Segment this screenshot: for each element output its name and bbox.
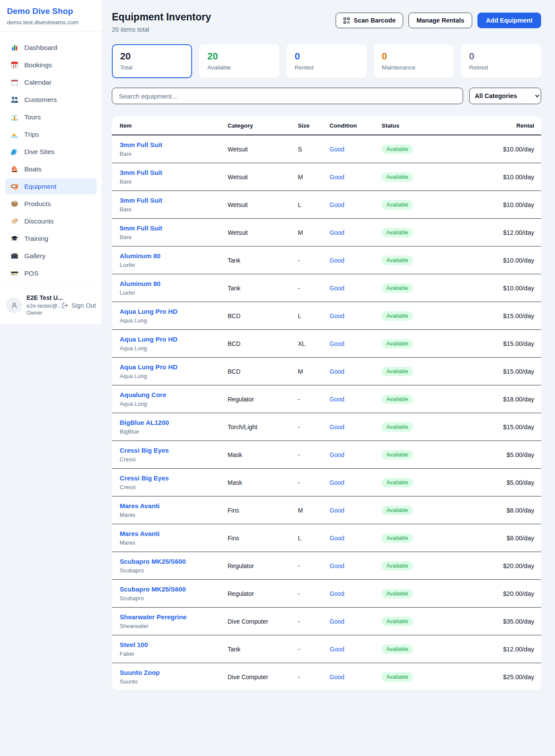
sidebar-item-dive-sites[interactable]: Dive Sites	[5, 144, 97, 160]
item-condition-link[interactable]: Good	[330, 562, 344, 569]
item-name-link[interactable]: Steel 100	[120, 641, 148, 648]
item-brand: BigBlue	[120, 428, 228, 435]
item-category: Fins	[228, 496, 298, 524]
item-brand: Luxfer	[120, 289, 228, 296]
item-category: Tank	[228, 274, 298, 302]
table-row: 5mm Full Suit Bare Wetsuit M Good Availa…	[112, 219, 541, 247]
sidebar-item-tours[interactable]: Tours	[5, 109, 97, 125]
sidebar-item-label: Bookings	[24, 61, 52, 69]
status-badge: Available	[382, 228, 413, 237]
scan-barcode-button[interactable]: Scan Barcode	[336, 13, 404, 28]
item-name-link[interactable]: 3mm Full Suit	[120, 141, 162, 148]
item-condition-link[interactable]: Good	[330, 424, 344, 431]
item-name-link[interactable]: Aqualung Core	[120, 391, 166, 398]
item-name-link[interactable]: Cressi Big Eyes	[120, 474, 169, 482]
item-size: -	[298, 663, 330, 691]
sidebar-item-gallery[interactable]: Gallery	[5, 248, 97, 264]
stat-card-maintenance[interactable]: 0 Maintenance	[374, 44, 454, 78]
stat-card-available[interactable]: 20 Available	[199, 44, 279, 78]
sidebar-item-bookings[interactable]: 17 Bookings	[5, 57, 97, 73]
status-badge: Available	[382, 478, 413, 487]
item-name-link[interactable]: 3mm Full Suit	[120, 169, 162, 176]
item-name-link[interactable]: 3mm Full Suit	[120, 197, 162, 204]
item-condition-link[interactable]: Good	[330, 146, 344, 153]
item-name-link[interactable]: Aqua Lung Pro HD	[120, 335, 177, 343]
item-name-link[interactable]: Scubapro MK25/S600	[120, 558, 186, 565]
item-brand: Scubapro	[120, 567, 228, 574]
item-name-link[interactable]: Shearwater Peregrine	[120, 613, 186, 621]
item-condition-link[interactable]: Good	[330, 229, 344, 236]
item-category: Tank	[228, 635, 298, 663]
table-row: Scubapro MK25/S600 Scubapro Regulator - …	[112, 552, 541, 580]
item-condition-link[interactable]: Good	[330, 174, 344, 181]
sidebar-item-label: Calendar	[24, 79, 52, 86]
item-brand: Mares	[120, 539, 228, 546]
table-row: 3mm Full Suit Bare Wetsuit S Good Availa…	[112, 135, 541, 163]
item-category: Torch/Light	[228, 413, 298, 441]
item-size: L	[298, 524, 330, 552]
stat-label: Total	[120, 64, 184, 71]
item-name-link[interactable]: Aluminum 80	[120, 280, 160, 287]
stat-card-total[interactable]: 20 Total	[112, 44, 192, 78]
item-name-link[interactable]: Mares Avanti	[120, 502, 160, 509]
item-condition-link[interactable]: Good	[330, 507, 344, 514]
status-badge: Available	[382, 422, 413, 432]
item-condition-link[interactable]: Good	[330, 618, 344, 625]
item-condition-link[interactable]: Good	[330, 257, 344, 264]
item-name-link[interactable]: Mares Avanti	[120, 530, 160, 537]
stat-value: 20	[120, 51, 184, 62]
item-name-link[interactable]: Aqua Lung Pro HD	[120, 363, 177, 371]
sidebar-item-pos[interactable]: POS	[5, 265, 97, 281]
page-header-titles: Equipment Inventory 20 items total	[112, 11, 211, 33]
item-condition-link[interactable]: Good	[330, 285, 344, 292]
add-equipment-button[interactable]: Add Equipment	[477, 13, 541, 28]
item-rental-rate: $15.00/day	[481, 302, 541, 330]
item-rental-rate: $15.00/day	[481, 330, 541, 358]
item-condition-link[interactable]: Good	[330, 535, 344, 542]
sidebar-item-products[interactable]: Products	[5, 196, 97, 212]
sidebar-item-label: Tours	[24, 113, 41, 121]
item-size: L	[298, 302, 330, 330]
item-condition-link[interactable]: Good	[330, 674, 344, 680]
item-rental-rate: $25.00/day	[481, 663, 541, 691]
item-name-link[interactable]: Aluminum 80	[120, 252, 160, 260]
item-condition-link[interactable]: Good	[330, 340, 344, 347]
item-name-link[interactable]: BigBlue AL1200	[120, 419, 169, 426]
item-name-link[interactable]: Cressi Big Eyes	[120, 447, 169, 454]
item-rental-rate: $18.00/day	[481, 385, 541, 413]
search-input[interactable]	[112, 88, 463, 104]
item-condition-link[interactable]: Good	[330, 368, 344, 375]
item-size: -	[298, 441, 330, 469]
item-condition-link[interactable]: Good	[330, 312, 344, 319]
sign-out-button[interactable]: Sign Out	[62, 302, 96, 309]
sidebar-item-training[interactable]: Training	[5, 230, 97, 247]
column-header-status: Status	[382, 116, 481, 135]
item-category: BCD	[228, 302, 298, 330]
category-select[interactable]: All Categories	[469, 88, 541, 104]
item-condition-link[interactable]: Good	[330, 479, 344, 486]
item-condition-link[interactable]: Good	[330, 201, 344, 208]
stat-card-retired[interactable]: 0 Retired	[461, 44, 541, 78]
stat-card-rented[interactable]: 0 Rented	[286, 44, 366, 78]
item-condition-link[interactable]: Good	[330, 646, 344, 653]
sidebar-item-customers[interactable]: Customers	[5, 92, 97, 108]
stat-value: 20	[207, 51, 271, 62]
item-name-link[interactable]: Scubapro MK25/S600	[120, 585, 186, 593]
item-name-link[interactable]: 5mm Full Suit	[120, 224, 162, 232]
sidebar-item-discounts[interactable]: Discounts	[5, 213, 97, 229]
sidebar-item-dashboard[interactable]: Dashboard	[5, 39, 97, 56]
item-condition-link[interactable]: Good	[330, 396, 344, 403]
item-category: Dive Computer	[228, 608, 298, 635]
sidebar-item-trips[interactable]: Trips	[5, 126, 97, 142]
item-rental-rate: $10.00/day	[481, 135, 541, 163]
sidebar-item-boats[interactable]: Boats	[5, 161, 97, 177]
manage-rentals-button[interactable]: Manage Rentals	[408, 13, 472, 28]
item-name-link[interactable]: Aqua Lung Pro HD	[120, 308, 177, 315]
item-name-link[interactable]: Suunto Zoop	[120, 669, 160, 676]
item-condition-link[interactable]: Good	[330, 451, 344, 458]
sidebar-item-equipment[interactable]: Equipment	[5, 178, 97, 194]
table-row: Scubapro MK25/S600 Scubapro Regulator - …	[112, 580, 541, 608]
sidebar-item-calendar[interactable]: Calendar	[5, 74, 97, 90]
item-condition-link[interactable]: Good	[330, 590, 344, 597]
item-size: -	[298, 635, 330, 663]
